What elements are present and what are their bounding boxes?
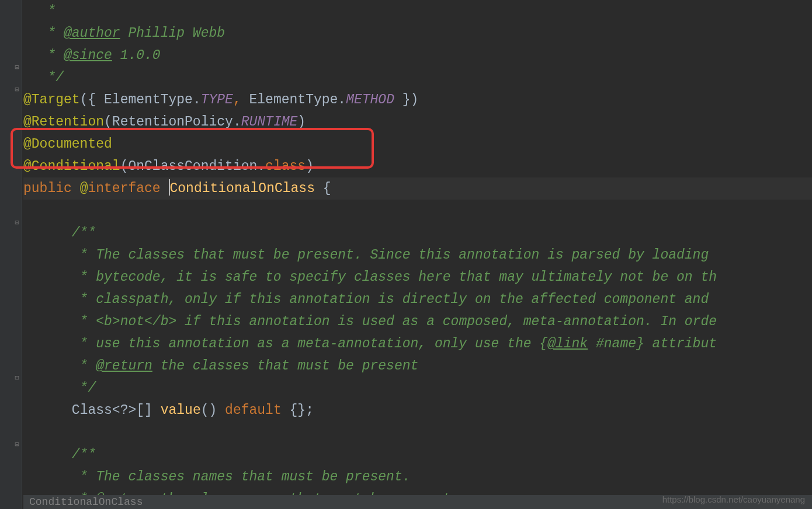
fold-marker-icon[interactable]: ⊟ — [13, 63, 21, 71]
code-line[interactable]: * @author Phillip Webb — [23, 22, 812, 44]
code-line[interactable]: /** — [23, 222, 812, 244]
method-name: value — [161, 403, 201, 418]
comment-text: * bytecode, it is safe to specify classe… — [23, 270, 717, 285]
javadoc-author-tag: @author — [64, 26, 120, 41]
paren: ( — [120, 159, 129, 174]
dot: . — [233, 114, 241, 130]
breadcrumb-item[interactable]: ConditionalOnClass — [29, 496, 143, 508]
keyword: public — [23, 181, 72, 196]
code-line[interactable]: /** — [23, 444, 812, 466]
comment-text: #name} attribut — [588, 336, 717, 351]
comma: , — [233, 92, 249, 107]
fold-marker-icon[interactable]: ⊟ — [13, 374, 21, 382]
code-line[interactable]: * classpath, only if this annotation is … — [23, 288, 812, 311]
annotation: @Documented — [23, 137, 112, 152]
watermark-text: https://blog.csdn.net/caoyuanyenang — [662, 494, 805, 504]
code-line-current[interactable]: public @interface ConditionalOnClass { — [23, 177, 812, 200]
comment-text: the classes that must be present — [152, 358, 418, 374]
annotation: @Retention — [23, 114, 104, 130]
javadoc-return-tag: @return — [96, 358, 152, 374]
comment-text: Phillip Webb — [120, 26, 225, 41]
indent — [23, 403, 72, 418]
html-tag: </b> — [144, 314, 176, 329]
comment-text: * The classes names that must be present… — [23, 469, 411, 484]
fold-marker-icon[interactable]: ⊟ — [13, 85, 21, 93]
code-line[interactable] — [23, 421, 812, 444]
code-line[interactable]: * use this annotation as a meta-annotati… — [23, 333, 812, 355]
code-line[interactable]: * The classes names that must be present… — [23, 466, 812, 488]
comment-text: * The classes that must be present. Sinc… — [23, 247, 717, 263]
class-ref: OnClassCondition — [128, 159, 257, 174]
enum-const: METHOD — [346, 92, 394, 107]
comment-text: */ — [23, 70, 64, 85]
editor-gutter: ⊟ ⊟ ⊟ ⊟ ⊟ — [0, 0, 22, 509]
enum-const: RUNTIME — [241, 114, 298, 130]
javadoc-link-tag: @link — [547, 336, 588, 351]
code-line[interactable]: * @return the classes that must be prese… — [23, 355, 812, 377]
code-line[interactable]: * @since 1.0.0 — [23, 44, 812, 67]
interface-name: ConditionalOnClass — [170, 181, 315, 196]
comment-text: if this annotation is used as a composed… — [176, 314, 717, 329]
class-ref: RetentionPolicy — [112, 114, 233, 130]
space — [72, 181, 80, 196]
code-line[interactable]: @Retention(RetentionPolicy.RUNTIME) — [23, 111, 812, 133]
code-line[interactable] — [23, 200, 812, 222]
code-line[interactable]: Class<?>[] value() default {}; — [23, 399, 812, 421]
code-line[interactable]: */ — [23, 377, 812, 399]
comment-text: /** — [23, 447, 96, 462]
keyword: interface — [88, 181, 160, 196]
annotation: @Conditional — [23, 159, 120, 174]
dot: . — [338, 92, 346, 107]
code-line[interactable]: * bytecode, it is safe to specify classe… — [23, 266, 812, 288]
brace: { — [315, 181, 331, 196]
comment-text: 1.0.0 — [112, 48, 161, 63]
class-ref: ElementType — [104, 92, 193, 107]
enum-const: TYPE — [201, 92, 233, 107]
keyword: class — [265, 159, 306, 174]
comment-text: * classpath, only if this annotation is … — [23, 292, 709, 307]
at-sign: @ — [80, 181, 88, 196]
comment-text: * — [23, 314, 96, 329]
annotation: @Target — [23, 92, 80, 107]
javadoc-since-tag: @since — [64, 48, 112, 63]
comment-text: * use this annotation as a meta-annotati… — [23, 336, 539, 351]
comment-text: */ — [23, 381, 96, 396]
fold-marker-icon[interactable]: ⊟ — [13, 218, 21, 226]
brace: { — [539, 336, 547, 351]
comment-text: * — [23, 4, 55, 19]
paren: ) — [297, 114, 306, 130]
comment-text: * — [23, 358, 96, 374]
paren: ({ — [80, 92, 104, 107]
comment-text: * — [23, 26, 64, 41]
paren: }) — [394, 92, 418, 107]
dot: . — [193, 92, 201, 107]
code-line[interactable]: @Documented — [23, 133, 812, 155]
code-editor[interactable]: ⊟ ⊟ ⊟ ⊟ ⊟ * * @author Phillip Webb * @si… — [0, 0, 812, 509]
code-line[interactable]: @Conditional(OnClassCondition.class) — [23, 155, 812, 177]
space — [161, 181, 169, 196]
code-line[interactable]: */ — [23, 67, 812, 89]
comment-text: not — [120, 314, 144, 329]
brace: {}; — [282, 403, 314, 418]
class-ref: ElementType — [249, 92, 338, 107]
comment-text: /** — [23, 225, 96, 240]
code-line[interactable]: * The classes that must be present. Sinc… — [23, 244, 812, 266]
html-tag: <b> — [96, 314, 120, 329]
comment-text: * — [23, 48, 64, 63]
paren: ( — [104, 114, 112, 130]
fold-marker-icon[interactable]: ⊟ — [13, 440, 21, 448]
class-ref: Class — [72, 403, 112, 418]
code-line[interactable]: * — [23, 0, 812, 22]
keyword: default — [225, 403, 282, 418]
generic: <?>[] — [112, 403, 161, 418]
paren: ) — [306, 159, 314, 174]
paren: () — [201, 403, 225, 418]
code-line[interactable]: * <b>not</b> if this annotation is used … — [23, 311, 812, 333]
dot: . — [257, 159, 265, 174]
code-line[interactable]: @Target({ ElementType.TYPE, ElementType.… — [23, 89, 812, 111]
